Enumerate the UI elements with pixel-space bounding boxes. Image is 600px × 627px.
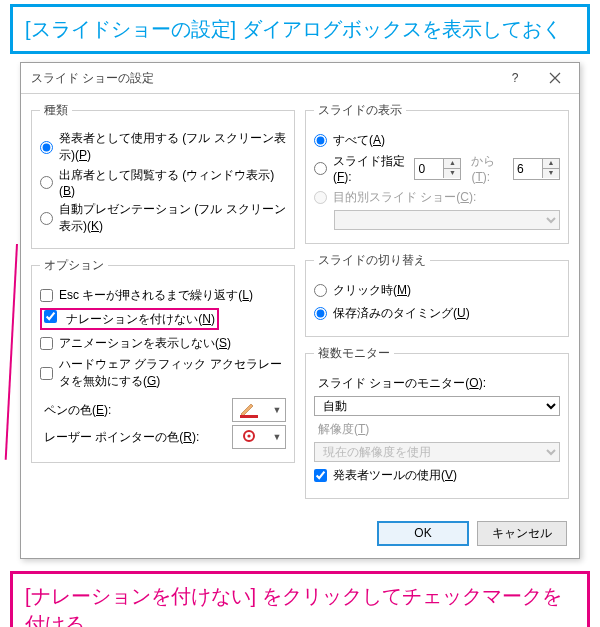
spin-down-icon[interactable]: ▼ <box>444 169 460 178</box>
radio-browse-label: 出席者として閲覧する (ウィンドウ表示)(B) <box>59 167 286 198</box>
ok-button[interactable]: OK <box>377 521 469 546</box>
resolution-select: 現在の解像度を使用 <box>314 442 560 462</box>
from-slide-spin[interactable]: ▲▼ <box>414 158 461 180</box>
check-hw-accel[interactable] <box>40 367 53 380</box>
radio-slide-range-label: スライド指定(F): <box>333 153 408 184</box>
close-icon <box>549 72 561 84</box>
radio-all-slides[interactable] <box>314 134 327 147</box>
radio-custom-show-label: 目的別スライド ショー(C): <box>333 189 476 206</box>
laser-color-combo[interactable]: ▼ <box>232 425 286 449</box>
spin-up-icon[interactable]: ▲ <box>444 159 460 169</box>
radio-all-slides-label: すべて(A) <box>333 132 385 149</box>
svg-point-2 <box>247 434 250 437</box>
check-no-narration[interactable] <box>44 310 57 323</box>
slideshow-settings-dialog: スライド ショーの設定 ? 種類 発表者として使用する (フル スクリーン表示)… <box>20 62 580 559</box>
callout-click: [ナレーションを付けない] をクリックしてチェックマークを付ける <box>10 571 590 627</box>
from-slide-value[interactable] <box>415 160 443 178</box>
to-slide-spin[interactable]: ▲▼ <box>513 158 560 180</box>
radio-slide-range[interactable] <box>314 162 327 175</box>
to-slide-value[interactable] <box>514 160 542 178</box>
group-show-slides-legend: スライドの表示 <box>314 102 406 119</box>
radio-custom-show <box>314 191 327 204</box>
group-monitors: 複数モニター スライド ショーのモニター(O): 自動 解像度(T) 現在の解像… <box>305 345 569 499</box>
pen-icon <box>235 401 263 419</box>
dialog-title: スライド ショーの設定 <box>31 70 495 87</box>
to-label: から(T): <box>471 153 507 184</box>
check-hw-accel-label: ハードウェア グラフィック アクセラレータを無効にする(G) <box>59 356 286 390</box>
laser-color-label: レーザー ポインターの色(R): <box>44 429 199 446</box>
resolution-label: 解像度(T) <box>318 421 369 438</box>
monitor-select[interactable]: 自動 <box>314 396 560 416</box>
radio-manual-label: クリック時(M) <box>333 282 411 299</box>
close-button[interactable] <box>535 64 575 92</box>
radio-timings-label: 保存済みのタイミング(U) <box>333 305 470 322</box>
group-kind-legend: 種類 <box>40 102 72 119</box>
chevron-down-icon: ▼ <box>269 432 285 442</box>
custom-show-select <box>334 210 560 230</box>
titlebar: スライド ショーの設定 ? <box>21 63 579 94</box>
radio-presenter[interactable] <box>40 141 53 154</box>
group-show-slides: スライドの表示 すべて(A) スライド指定(F): ▲▼ から(T): <box>305 102 569 244</box>
check-loop-label: Esc キーが押されるまで繰り返す(L) <box>59 287 253 304</box>
radio-browse[interactable] <box>40 176 53 189</box>
radio-timings[interactable] <box>314 307 327 320</box>
laser-icon <box>235 428 263 446</box>
radio-kiosk[interactable] <box>40 212 53 225</box>
check-loop[interactable] <box>40 289 53 302</box>
check-no-narration-label: ナレーションを付けない(N) <box>66 312 215 326</box>
radio-manual[interactable] <box>314 284 327 297</box>
highlight-no-narration: ナレーションを付けない(N) <box>40 308 219 330</box>
svg-rect-0 <box>240 415 258 418</box>
callout-top: [スライドショーの設定] ダイアログボックスを表示しておく <box>10 4 590 54</box>
spin-down-icon[interactable]: ▼ <box>543 169 559 178</box>
group-advance: スライドの切り替え クリック時(M) 保存済みのタイミング(U) <box>305 252 569 337</box>
pen-color-label: ペンの色(E): <box>44 402 111 419</box>
radio-presenter-label: 発表者として使用する (フル スクリーン表示)(P) <box>59 130 286 164</box>
pen-color-combo[interactable]: ▼ <box>232 398 286 422</box>
radio-kiosk-label: 自動プレゼンテーション (フル スクリーン表示)(K) <box>59 201 286 235</box>
group-monitors-legend: 複数モニター <box>314 345 394 362</box>
group-options-legend: オプション <box>40 257 108 274</box>
check-presenter-view[interactable] <box>314 469 327 482</box>
check-no-animation-label: アニメーションを表示しない(S) <box>59 335 231 352</box>
monitor-label: スライド ショーのモニター(O): <box>318 375 486 392</box>
group-advance-legend: スライドの切り替え <box>314 252 430 269</box>
cancel-button[interactable]: キャンセル <box>477 521 567 546</box>
pointer-line <box>5 244 18 460</box>
check-no-animation[interactable] <box>40 337 53 350</box>
chevron-down-icon: ▼ <box>269 405 285 415</box>
spin-up-icon[interactable]: ▲ <box>543 159 559 169</box>
check-presenter-view-label: 発表者ツールの使用(V) <box>333 467 457 484</box>
dialog-footer: OK キャンセル <box>21 513 579 558</box>
group-options: オプション Esc キーが押されるまで繰り返す(L) ナレーションを付けない(N… <box>31 257 295 463</box>
help-button[interactable]: ? <box>495 64 535 92</box>
group-kind: 種類 発表者として使用する (フル スクリーン表示)(P) 出席者として閲覧する… <box>31 102 295 249</box>
